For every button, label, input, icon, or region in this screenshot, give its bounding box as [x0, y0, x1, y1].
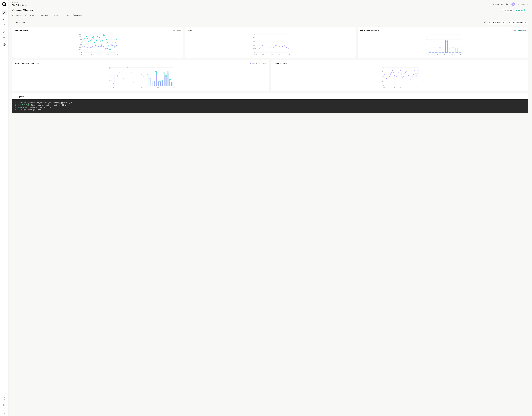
refresh-button[interactable] — [484, 21, 486, 24]
nav-tools[interactable] — [2, 10, 7, 15]
refresh-icon — [484, 21, 486, 23]
svg-text:B/s: B/s — [110, 76, 112, 77]
project-label: PROJECT — [12, 2, 29, 4]
nav-billing[interactable] — [2, 36, 7, 41]
svg-rect-193 — [149, 78, 150, 86]
svg-rect-138 — [456, 48, 458, 53]
tab-insights[interactable]: Insights — [73, 14, 82, 18]
svg-rect-170 — [127, 67, 128, 86]
nav-bookmark[interactable] — [2, 402, 7, 407]
svg-rect-202 — [159, 82, 161, 86]
chevron-down-icon — [525, 22, 527, 23]
svg-point-86 — [257, 47, 258, 48]
dots-vertical-icon — [526, 9, 528, 11]
tab-overview[interactable]: Overview — [12, 14, 21, 18]
svg-text:13:22: 13:22 — [408, 87, 412, 88]
project-selector[interactable]: The Rolling Stones — [12, 4, 29, 6]
svg-text:200s: 200s — [79, 47, 82, 48]
svg-point-85 — [255, 48, 256, 48]
tab-metrics[interactable]: Metrics — [52, 14, 59, 18]
svg-point-37 — [89, 47, 89, 47]
svg-rect-175 — [131, 73, 132, 86]
svg-point-7 — [527, 10, 527, 10]
status-badge: Running — [515, 9, 525, 12]
charts-show-dropdown[interactable]: Charts to show — [508, 20, 528, 24]
svg-point-246 — [414, 70, 415, 71]
chart-rows: Rows 5101520253013:2213:2213:2213:2213:2… — [185, 27, 356, 58]
status-dot-icon — [516, 10, 517, 10]
svg-point-90 — [266, 47, 267, 48]
svg-text:13:22: 13:22 — [126, 87, 129, 88]
user-name: Mick Jagger — [516, 3, 525, 5]
list-icon — [63, 14, 65, 16]
svg-text:100%: 100% — [381, 76, 384, 77]
svg-text:100s: 100s — [79, 49, 82, 51]
chart-buffers: Shared buffers hit and miss cache hit ca… — [12, 60, 269, 91]
nav-settings[interactable] — [2, 42, 7, 47]
user-menu[interactable]: MJ Mick Jagger — [512, 2, 528, 6]
chart-legend: cache hit cache miss — [250, 63, 267, 64]
chart-execution-time: Execution time p50 p95 0s100s200s300s400… — [12, 27, 183, 58]
svg-text:13:22: 13:22 — [171, 87, 175, 88]
svg-point-97 — [282, 47, 283, 47]
svg-rect-123 — [428, 51, 430, 53]
chart-title: Cache hit ratio — [274, 62, 286, 65]
help-link[interactable]: Need help? — [492, 3, 503, 5]
avatar: MJ — [512, 2, 515, 6]
nav-help[interactable] — [2, 396, 7, 401]
svg-point-35 — [85, 46, 85, 47]
expand-sidebar-button[interactable] — [0, 410, 9, 416]
back-button[interactable] — [12, 21, 15, 24]
svg-text:13:22: 13:22 — [141, 87, 144, 88]
notifications-button[interactable] — [506, 3, 508, 6]
svg-point-64 — [110, 51, 110, 52]
svg-text:50: 50 — [426, 39, 427, 40]
svg-point-34 — [82, 46, 83, 47]
svg-point-67 — [116, 39, 117, 40]
columns-icon — [509, 22, 511, 23]
svg-text:13:22: 13:22 — [262, 54, 265, 55]
svg-rect-132 — [446, 40, 447, 53]
tab-logs[interactable]: Logs — [63, 14, 69, 18]
svg-point-44 — [104, 46, 104, 47]
svg-rect-1 — [3, 38, 5, 39]
svg-rect-161 — [117, 76, 118, 86]
nav-link[interactable] — [2, 29, 7, 35]
svg-point-248 — [418, 70, 419, 71]
svg-text:20: 20 — [253, 41, 255, 42]
svg-text:500s: 500s — [79, 39, 82, 40]
svg-point-42 — [99, 46, 100, 47]
svg-text:300s: 300s — [79, 44, 82, 46]
svg-rect-177 — [133, 83, 134, 86]
nav-user[interactable] — [2, 16, 7, 22]
svg-point-98 — [284, 45, 285, 46]
svg-point-2 — [4, 44, 5, 45]
svg-rect-9 — [12, 15, 14, 16]
svg-point-65 — [112, 42, 113, 42]
chart-title: Execution time — [15, 29, 28, 31]
svg-point-235 — [392, 70, 393, 71]
tab-operations[interactable]: Operations — [38, 14, 48, 18]
svg-rect-181 — [137, 80, 138, 86]
svg-rect-203 — [159, 82, 161, 86]
svg-point-63 — [108, 44, 108, 44]
time-range-dropdown[interactable]: Last 6 hours — [488, 20, 506, 24]
svg-text:13:22: 13:22 — [435, 54, 438, 55]
nav-upload[interactable] — [2, 23, 7, 28]
svg-point-50 — [116, 46, 117, 46]
page-title: Gimme Shelter — [12, 9, 33, 12]
svg-point-99 — [286, 47, 287, 48]
logo[interactable] — [2, 2, 6, 6]
drill-title: Drill down — [16, 21, 26, 24]
tab-explorer[interactable]: Explorer — [25, 14, 34, 18]
svg-rect-189 — [145, 82, 146, 86]
svg-rect-173 — [129, 80, 130, 86]
svg-text:13:22: 13:22 — [81, 54, 84, 55]
svg-rect-160 — [117, 76, 118, 86]
svg-text:13:22: 13:22 — [271, 54, 274, 55]
svg-rect-197 — [153, 81, 154, 86]
svg-point-89 — [264, 46, 265, 46]
more-button[interactable] — [526, 9, 528, 11]
svg-text:30: 30 — [426, 44, 427, 46]
svg-point-55 — [91, 39, 91, 40]
